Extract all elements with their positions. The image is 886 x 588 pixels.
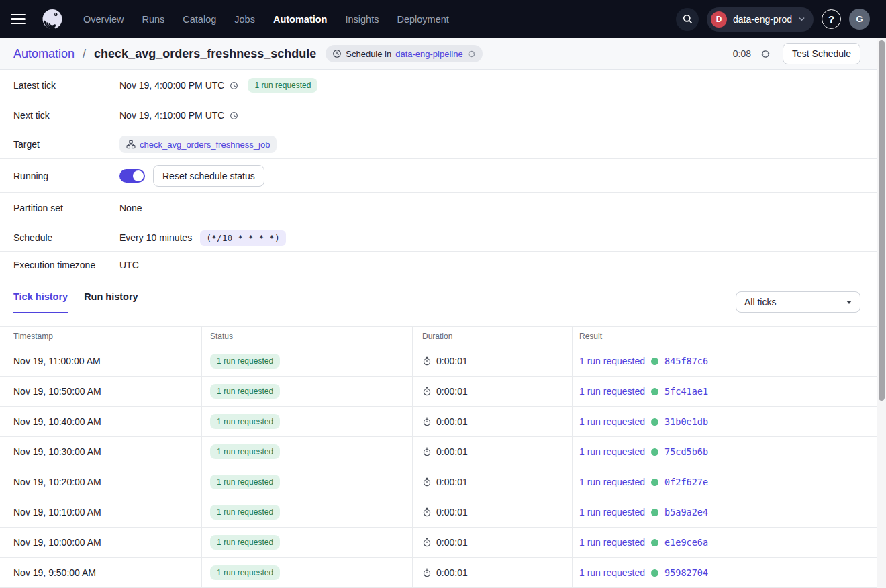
stopwatch-icon [422,417,432,426]
refresh-icon[interactable] [760,49,771,59]
user-avatar[interactable]: G [849,9,870,30]
clock-icon [230,111,238,120]
workspace-name: data-eng-prod [733,14,792,25]
menu-icon[interactable] [11,14,28,25]
tick-history-table: Timestamp Status Duration Result Nov 19,… [0,326,886,588]
column-header-timestamp: Timestamp [0,327,201,346]
tick-status-badge: 1 run requested [210,384,280,399]
run-id-link[interactable]: 95982704 [664,567,708,578]
workspace-avatar: D [711,11,727,28]
run-id-link[interactable]: 0f2f627e [664,477,708,487]
run-status-dot [651,539,658,546]
help-icon[interactable]: ? [822,9,841,29]
detail-label: Next tick [0,101,109,130]
detail-label: Latest tick [0,70,109,101]
tab-run-history[interactable]: Run history [84,291,138,313]
history-tabs-bar: Tick history Run history All ticks [0,279,886,326]
nav-item-runs[interactable]: Runs [142,14,164,25]
runs-requested-link[interactable]: 1 run requested [579,477,645,487]
stopwatch-icon [422,356,432,366]
stopwatch-icon [422,447,432,456]
caret-down-icon [846,301,852,304]
run-status-dot [651,388,658,395]
page-header: Automation / check_avg_orders_freshness_… [0,38,886,70]
clock-icon [230,81,238,90]
stopwatch-icon [422,387,432,396]
runs-requested-link[interactable]: 1 run requested [579,446,645,457]
breadcrumb-separator: / [83,47,86,61]
tab-tick-history[interactable]: Tick history [13,291,68,313]
reset-schedule-status-button[interactable]: Reset schedule status [153,165,264,187]
nav-item-jobs[interactable]: Jobs [234,14,255,25]
table-row: Nov 19, 9:50:00 AM 1 run requested 0:00:… [0,558,886,588]
stopwatch-icon [422,538,432,547]
schedule-details: Latest tick Nov 19, 4:00:00 PM UTC 1 run… [0,70,886,279]
partition-set-value: None [119,203,142,213]
nav-item-overview[interactable]: Overview [83,14,124,25]
latest-tick-time: Nov 19, 4:00:00 PM UTC [119,80,224,91]
refresh-icon[interactable] [467,50,476,58]
tick-status-badge: 1 run requested [210,444,280,459]
runs-requested-link[interactable]: 1 run requested [579,507,645,518]
tick-status-badge: 1 run requested [210,475,280,489]
runs-requested-link[interactable]: 1 run requested [579,416,645,427]
run-id-link[interactable]: 5fc41ae1 [664,386,708,397]
detail-label: Running [0,159,109,192]
run-id-link[interactable]: 75cd5b6b [664,446,708,457]
target-job-link[interactable]: check_avg_orders_freshness_job [140,140,270,150]
search-icon [682,13,693,25]
nav-right: D data-eng-prod ? G [676,7,870,32]
run-id-link[interactable]: 31b0e1db [664,416,708,427]
tick-filter-value: All ticks [744,297,776,307]
stopwatch-icon [422,568,432,577]
page-title: check_avg_orders_freshness_schdule [94,47,316,61]
run-status-dot [651,509,658,516]
nav-item-insights[interactable]: Insights [345,14,379,25]
tick-timestamp: Nov 19, 10:50:00 AM [0,377,201,406]
running-toggle[interactable] [119,169,145,183]
badge-prefix: Schedule in [346,49,391,59]
run-id-link[interactable]: b5a9a2e4 [664,507,708,518]
stopwatch-icon [422,507,432,517]
dagster-logo-icon[interactable] [40,7,64,32]
scrollbar-thumb[interactable] [879,40,885,401]
runs-requested-link[interactable]: 1 run requested [579,356,645,366]
test-schedule-button[interactable]: Test Schedule [783,43,860,64]
table-row: Nov 19, 10:00:00 AM 1 run requested 0:00… [0,528,886,558]
job-graph-icon [126,140,136,149]
clock-icon [332,49,342,58]
nav-item-deployment[interactable]: Deployment [397,14,448,25]
run-id-link[interactable]: e1e9ce6a [664,537,708,548]
run-status-dot [651,448,658,456]
search-button[interactable] [676,8,699,31]
run-status-dot [651,358,658,365]
nav-item-automation[interactable]: Automation [273,14,328,25]
table-row: Nov 19, 10:30:00 AM 1 run requested 0:00… [0,437,886,467]
tick-timestamp: Nov 19, 10:30:00 AM [0,437,201,467]
stopwatch-icon [422,477,432,487]
run-status-dot [651,569,658,577]
run-id-link[interactable]: 845f87c6 [664,356,708,366]
table-row: Nov 19, 10:40:00 AM 1 run requested 0:00… [0,407,886,437]
runs-requested-link[interactable]: 1 run requested [579,537,645,548]
detail-label: Partition set [0,193,109,224]
tick-timestamp: Nov 19, 10:40:00 AM [0,407,201,436]
tick-status-badge: 1 run requested [210,414,280,429]
table-row: Nov 19, 10:20:00 AM 1 run requested 0:00… [0,467,886,497]
detail-label: Schedule [0,224,109,251]
detail-row-next-tick: Next tick Nov 19, 4:10:00 PM UTC [0,101,886,130]
detail-row-target: Target check_avg_orders_freshness_job [0,130,886,159]
tick-status-badge: 1 run requested [210,565,280,580]
tick-filter-select[interactable]: All ticks [736,291,860,313]
column-header-result: Result [572,327,886,346]
tick-duration: 0:00:01 [436,537,468,548]
runs-requested-link[interactable]: 1 run requested [579,386,645,397]
table-row: Nov 19, 10:50:00 AM 1 run requested 0:00… [0,377,886,407]
nav-links: Overview Runs Catalog Jobs Automation In… [83,14,667,25]
nav-item-catalog[interactable]: Catalog [183,14,216,25]
workspace-switcher[interactable]: D data-eng-prod [707,7,814,32]
breadcrumb-automation-link[interactable]: Automation [13,47,75,61]
pipeline-link[interactable]: data-eng-pipeline [395,49,462,59]
tick-duration: 0:00:01 [436,386,468,397]
runs-requested-link[interactable]: 1 run requested [579,567,645,578]
